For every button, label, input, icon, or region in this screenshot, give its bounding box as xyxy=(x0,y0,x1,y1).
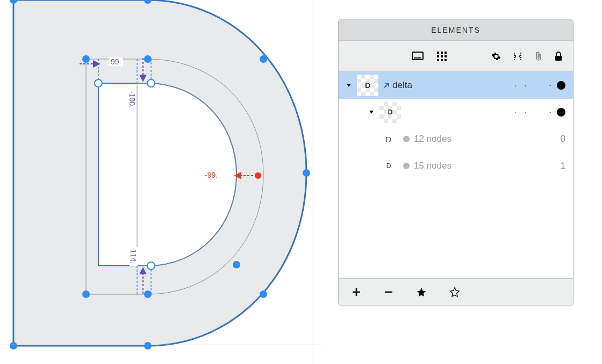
svg-point-12 xyxy=(95,79,102,87)
svg-point-11 xyxy=(233,261,240,268)
row-label: 15 nodes xyxy=(414,161,555,171)
remove-button[interactable] xyxy=(384,287,393,297)
panel-title: ELEMENTS xyxy=(339,19,573,41)
element-tree[interactable]: D delta ·· · D ·· · xyxy=(339,72,573,278)
svg-rect-21 xyxy=(441,55,443,57)
measure-114: 114. xyxy=(129,247,138,266)
svg-point-8 xyxy=(82,290,90,298)
path-thumbnail: D xyxy=(381,131,397,147)
lock-icon[interactable] xyxy=(555,52,562,61)
svg-point-13 xyxy=(147,79,155,87)
svg-rect-22 xyxy=(445,55,447,57)
ruler-vertical xyxy=(312,0,312,364)
svg-rect-16 xyxy=(414,57,421,59)
path-index: 0 xyxy=(555,134,565,144)
svg-point-2 xyxy=(260,55,267,63)
svg-point-9 xyxy=(144,55,152,63)
row-label: delta xyxy=(392,80,514,91)
svg-rect-19 xyxy=(445,52,447,54)
keyboard-icon[interactable] xyxy=(412,51,424,62)
svg-point-10 xyxy=(144,290,152,298)
elements-panel: ELEMENTS xyxy=(338,19,574,305)
star-filled-button[interactable] xyxy=(416,287,427,297)
panel-toolbar xyxy=(339,41,573,72)
svg-point-5 xyxy=(144,342,152,350)
glyph-thumbnail: D xyxy=(357,75,378,96)
ruler-horizontal xyxy=(0,345,322,345)
glyph-svg xyxy=(0,0,322,364)
path-index: 1 xyxy=(555,161,565,171)
fill-indicator[interactable] xyxy=(557,81,565,90)
tree-row-path-15[interactable]: D 15 nodes 1 xyxy=(339,152,573,179)
tree-row-delta-child[interactable]: D ·· · xyxy=(339,99,573,126)
svg-point-3 xyxy=(303,169,310,177)
svg-rect-25 xyxy=(445,59,447,61)
svg-rect-20 xyxy=(437,55,439,57)
add-button[interactable] xyxy=(352,287,361,297)
fill-indicator[interactable] xyxy=(557,108,565,117)
svg-point-6 xyxy=(260,290,267,298)
measure-neg100: -100. xyxy=(128,89,137,110)
svg-point-7 xyxy=(82,55,90,63)
row-dots: ·· xyxy=(514,81,526,90)
row-dot-3: · xyxy=(549,107,551,118)
path-dot-icon xyxy=(403,163,410,169)
glyph-canvas[interactable]: 99. -100. -99. 114. xyxy=(0,0,322,364)
path-dot-icon xyxy=(403,136,410,142)
gear-icon[interactable] xyxy=(491,52,501,61)
attachment-icon[interactable] xyxy=(534,52,543,61)
measure-neg99: -99. xyxy=(203,171,220,179)
grid-icon[interactable] xyxy=(436,51,447,62)
svg-rect-18 xyxy=(441,52,443,54)
measure-99: 99. xyxy=(109,57,123,66)
link-arrow-icon xyxy=(382,81,391,90)
row-dot-3: · xyxy=(549,80,551,91)
svg-rect-28 xyxy=(555,56,562,61)
tree-row-path-12[interactable]: D 12 nodes 0 xyxy=(339,126,573,152)
snap-icon[interactable] xyxy=(513,52,522,61)
row-label: 12 nodes xyxy=(414,134,555,144)
disclosure-triangle[interactable] xyxy=(344,82,354,89)
star-outline-button[interactable] xyxy=(449,287,460,297)
red-source-node[interactable] xyxy=(255,172,261,179)
tree-row-delta[interactable]: D delta ·· · xyxy=(339,72,573,99)
path-thumbnail: D xyxy=(381,158,397,174)
svg-point-14 xyxy=(147,262,155,270)
row-dots: ·· xyxy=(514,108,526,117)
disclosure-triangle[interactable] xyxy=(367,109,376,115)
svg-rect-23 xyxy=(437,59,439,61)
panel-footer xyxy=(339,278,573,305)
glyph-thumbnail: D xyxy=(379,101,401,123)
svg-point-4 xyxy=(10,342,17,350)
svg-rect-17 xyxy=(437,52,439,54)
svg-rect-24 xyxy=(441,59,443,61)
